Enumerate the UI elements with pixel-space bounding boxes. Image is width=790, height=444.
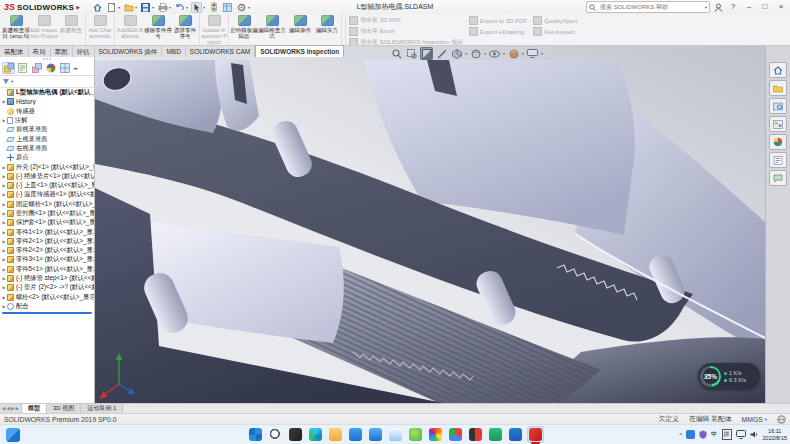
open-icon[interactable] [123, 2, 134, 13]
ribbon-button[interactable]: 编辑检查方式 [258, 14, 286, 45]
commandmanager-tab[interactable]: 草图 [51, 46, 73, 57]
view-orientation-icon[interactable] [450, 47, 463, 60]
tree-item[interactable]: ▶ 螺栓<2> (默认<<默认>_显示状态 [0, 293, 94, 302]
app-360-icon[interactable] [407, 426, 424, 443]
search-button[interactable] [267, 426, 284, 443]
undo-icon[interactable] [174, 2, 185, 13]
ribbon-button[interactable]: 启动模板编辑器 [230, 14, 258, 45]
tree-item[interactable]: ▶ (-) 温度传感器<1> (默认<<默认>_显 [0, 190, 94, 199]
notes-icon[interactable] [487, 426, 504, 443]
configurationmanager-tab-icon[interactable] [30, 62, 43, 74]
restore-button[interactable]: □ [759, 1, 771, 13]
tree-item[interactable]: ▶ 零件1<1> (默认<<默认>_显示状态 [0, 227, 94, 236]
home-icon[interactable] [92, 2, 103, 13]
widgets-icon[interactable] [6, 428, 20, 442]
ribbon-button[interactable]: Edit Inspection Project [30, 14, 58, 45]
tray-shield-icon[interactable] [699, 430, 707, 439]
rollback-bar[interactable] [2, 312, 92, 314]
tree-item[interactable]: ▶ 注解 [0, 116, 94, 125]
hide-show-items-icon[interactable] [488, 47, 501, 60]
ribbon-button[interactable]: 选择零件序号 [172, 14, 200, 45]
export-button[interactable]: 导出至 2D PDF [349, 16, 463, 25]
undo-caret-icon[interactable]: ▾ [186, 5, 188, 10]
tree-item[interactable]: ▶ 保护套<1> (默认<<默认>_显示状态 [0, 218, 94, 227]
hide-show-caret-icon[interactable]: ▾ [503, 51, 505, 56]
task-view-button[interactable] [287, 426, 304, 443]
close-button[interactable]: × [775, 1, 787, 13]
tree-item[interactable]: ▶ 零件5<1> (默认<<默认>_显示状态 [0, 265, 94, 274]
tree-root-item[interactable]: L型轴加热电偶 (默认<默认_显示状态-1> [0, 88, 94, 97]
select-tool-icon[interactable] [191, 2, 202, 13]
file-explorer-icon[interactable] [769, 98, 787, 114]
ribbon-button[interactable]: 新建检查项目 (amp;N) [2, 14, 30, 45]
units-selector[interactable]: MMGS ▾ [742, 416, 767, 423]
view-settings-icon[interactable] [526, 47, 539, 60]
store-icon[interactable] [367, 426, 384, 443]
graphics-area[interactable]: ▾ ▾ ▾ ▾ ▾ 35% 1 K/s 6.3 K/s [95, 46, 765, 403]
commandmanager-tab[interactable]: 装配体 [0, 46, 29, 57]
options-gear-icon[interactable] [236, 2, 247, 13]
featuremanager-tree-tab-icon[interactable] [2, 62, 15, 74]
propertymanager-tab-icon[interactable] [16, 62, 29, 74]
zoom-area-icon[interactable] [405, 47, 418, 60]
file-properties-icon[interactable] [222, 2, 233, 13]
tree-item[interactable]: ▶ History [0, 97, 94, 106]
view-palette-icon[interactable] [769, 116, 787, 132]
login-user-icon[interactable] [714, 3, 723, 12]
performance-gauge[interactable]: 35% 1 K/s 6.3 K/s [698, 363, 760, 389]
dimxpertmanager-tab-icon[interactable] [44, 62, 57, 74]
ribbon-button[interactable]: 新建检查 [58, 14, 86, 45]
tree-filter[interactable]: ▾ [0, 76, 94, 88]
tree-item[interactable]: 上视基准面 [0, 134, 94, 143]
display-style-caret-icon[interactable]: ▾ [484, 51, 486, 56]
commandmanager-tab[interactable]: MBD [162, 46, 185, 57]
volume-icon[interactable] [750, 430, 759, 439]
edit-appearance-icon[interactable] [507, 47, 520, 60]
export-button[interactable]: 导出至 Excel [349, 27, 463, 36]
menu-expand-icon[interactable]: ▶ [76, 4, 80, 10]
tree-item[interactable]: 原点 [0, 153, 94, 162]
commandmanager-tab[interactable]: SOLIDWORKS Inspection [255, 45, 344, 57]
tree-item[interactable]: ▶ 外壳 (2)<1> (默认<<默认>_显示状态 [0, 162, 94, 171]
solidworks-resources-icon[interactable] [769, 62, 787, 78]
weather-icon[interactable] [387, 426, 404, 443]
ribbon-button[interactable]: 编辑实方 [314, 14, 342, 45]
tree-item[interactable]: ▶ 零件3<1> (默认<<默认>_显示状态 [0, 255, 94, 264]
new-document-caret-icon[interactable]: ▾ [118, 5, 120, 10]
open-caret-icon[interactable]: ▾ [135, 5, 137, 10]
tree-item[interactable]: ▶ 密封圈<1> (默认<<默认>_显示状态 [0, 209, 94, 218]
tree-item[interactable]: ▶ (-) 绝缘垫片<1> (默认<<默认>_显示 [0, 172, 94, 181]
document-tab[interactable]: 3D 视图 [47, 404, 81, 413]
print-caret-icon[interactable]: ▾ [169, 5, 171, 10]
commandmanager-tab[interactable]: 评估 [73, 46, 95, 57]
search-input[interactable] [598, 3, 703, 11]
tree-item[interactable]: ▶ (-) 上盖<1> (默认<<默认>_显示状态 [0, 181, 94, 190]
save-icon[interactable] [140, 2, 151, 13]
view-orientation-caret-icon[interactable]: ▾ [465, 51, 467, 56]
rebuild-icon[interactable] [208, 2, 219, 13]
solidworks-app-icon[interactable] [527, 426, 544, 443]
solidworks-logo[interactable]: 3S SOLIDWORKS ▶ [0, 2, 84, 12]
reader-icon[interactable] [467, 426, 484, 443]
tray-app-blue-icon[interactable] [686, 430, 695, 439]
appearances-scenes-icon[interactable] [769, 134, 787, 150]
solidworks-forum-icon[interactable] [769, 170, 787, 186]
help-search-box[interactable]: ▾ [586, 1, 710, 13]
tree-item[interactable]: ▶ 固定螺栓<1> (默认<<默认>_显示状 [0, 200, 94, 209]
export-button[interactable]: Net-Inspect [533, 27, 577, 36]
start-button[interactable] [247, 426, 264, 443]
export-button[interactable]: Export eDrawing [469, 27, 527, 36]
ribbon-button[interactable]: Update Inspection Project [201, 14, 229, 45]
search-caret-icon[interactable]: ▾ [705, 5, 707, 10]
ribbon-button[interactable]: 移除零件序号 [144, 14, 172, 45]
mail-icon[interactable] [347, 426, 364, 443]
section-view-icon[interactable] [420, 47, 433, 60]
ribbon-button[interactable]: Add/Edit Balloons [116, 14, 144, 45]
print-icon[interactable] [157, 2, 168, 13]
document-tab[interactable]: 模型 [22, 404, 47, 413]
tray-chevron-icon[interactable]: ^ [679, 432, 682, 438]
taskbar-clock[interactable]: 16:11 2022/8/15 [763, 428, 787, 441]
tree-item[interactable]: ▶ 零件2<2> (默认<<默认>_显示状态 [0, 246, 94, 255]
new-document-icon[interactable] [106, 2, 117, 13]
file-explorer-icon[interactable] [327, 426, 344, 443]
